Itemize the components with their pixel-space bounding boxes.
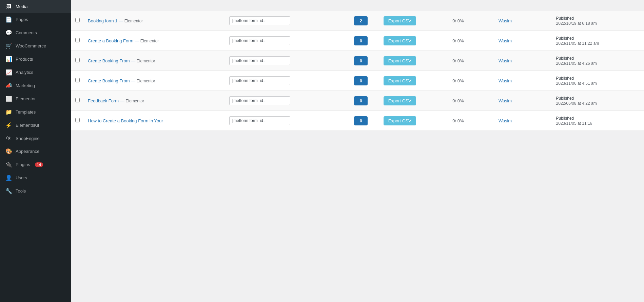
sidebar-label-marketing: Marketing <box>16 83 35 88</box>
shortcode-cell-0 <box>225 11 343 31</box>
export-csv-button-0[interactable]: Export CSV <box>384 16 416 25</box>
templates-icon: 📁 <box>5 109 12 115</box>
author-link-3[interactable]: Wasim <box>499 78 512 83</box>
form-title-link-3[interactable]: Create Booking From — <box>88 78 135 83</box>
products-icon: 📊 <box>5 56 12 62</box>
form-title-cell-3: Create Booking From — Elementor <box>84 71 225 91</box>
form-title-cell-2: Create Booking From — Elementor <box>84 51 225 71</box>
sidebar-label-products: Products <box>16 57 33 62</box>
shortcode-input-0[interactable] <box>229 16 290 25</box>
users-icon: 👤 <box>5 175 12 181</box>
form-title-link-1[interactable]: Create a Booking Form — <box>88 38 139 43</box>
row-checkbox-4[interactable] <box>75 98 80 102</box>
export-cell-5: Export CSV <box>379 111 449 131</box>
date-cell-5: Published 2023/11/05 at 11:16 <box>552 111 644 131</box>
row-checkbox-cell <box>71 51 84 71</box>
sidebar-label-media: Media <box>16 4 27 9</box>
sidebar-item-pages[interactable]: 📄Pages <box>0 13 71 26</box>
count-badge-0: 2 <box>354 16 368 25</box>
sidebar-label-templates: Templates <box>16 109 36 115</box>
date-cell-4: Published 2022/06/08 at 4:22 am <box>552 91 644 111</box>
sidebar-item-shopengine[interactable]: 🛍ShopEngine <box>0 132 71 145</box>
export-csv-button-3[interactable]: Export CSV <box>384 76 416 85</box>
date-text-1: 2023/11/05 at 11:22 am <box>556 41 599 46</box>
author-link-5[interactable]: Wasim <box>499 118 512 123</box>
marketing-icon: 📣 <box>5 82 12 89</box>
published-label-4: Published <box>556 96 574 101</box>
plugins-icon: 🔌 <box>5 161 12 168</box>
shortcode-input-1[interactable] <box>229 36 290 45</box>
sidebar-item-templates[interactable]: 📁Templates <box>0 105 71 119</box>
row-checkbox-2[interactable] <box>75 58 80 62</box>
sidebar-item-comments[interactable]: 💬Comments <box>0 26 71 39</box>
author-link-1[interactable]: Wasim <box>499 38 512 43</box>
stats-text-1: 0/ 0% <box>452 38 464 43</box>
form-title-link-5[interactable]: How to Create a Booking Form in Your <box>88 118 163 123</box>
sidebar-item-appearance[interactable]: 🎨Appearance <box>0 145 71 158</box>
sidebar-item-users[interactable]: 👤Users <box>0 171 71 184</box>
sidebar: 🖼Media📄Pages💬Comments🛒WooCommerce📊Produc… <box>0 0 71 302</box>
count-cell-4: 0 <box>343 91 379 111</box>
table-row: Feedback Form — Elementor 0 Export CSV 0… <box>71 91 644 111</box>
sidebar-item-analytics[interactable]: 📈Analytics <box>0 66 71 79</box>
author-cell-3: Wasim <box>494 71 552 91</box>
published-label-0: Published <box>556 16 574 21</box>
export-cell-3: Export CSV <box>379 71 449 91</box>
sidebar-label-appearance: Appearance <box>16 149 39 154</box>
count-badge-3: 0 <box>354 76 368 85</box>
count-cell-2: 0 <box>343 51 379 71</box>
form-subtitle-0: Elementor <box>124 19 143 23</box>
shortcode-input-4[interactable] <box>229 96 290 105</box>
shortcode-input-2[interactable] <box>229 56 290 65</box>
form-title-cell-5: How to Create a Booking Form in Your <box>84 111 225 131</box>
sidebar-label-tools: Tools <box>16 188 26 194</box>
export-csv-button-1[interactable]: Export CSV <box>384 36 416 45</box>
export-csv-button-4[interactable]: Export CSV <box>384 96 416 105</box>
sidebar-label-pages: Pages <box>16 17 28 22</box>
count-badge-2: 0 <box>354 56 368 65</box>
shortcode-input-3[interactable] <box>229 76 290 85</box>
count-cell-0: 2 <box>343 11 379 31</box>
row-checkbox-1[interactable] <box>75 38 80 42</box>
export-cell-4: Export CSV <box>379 91 449 111</box>
author-link-2[interactable]: Wasim <box>499 58 512 63</box>
row-checkbox-0[interactable] <box>75 18 80 22</box>
published-label-1: Published <box>556 36 574 41</box>
form-title-link-4[interactable]: Feedback Form — <box>88 98 124 103</box>
sidebar-item-elementskit[interactable]: ⚡ElementsKit <box>0 119 71 132</box>
sidebar-item-marketing[interactable]: 📣Marketing <box>0 79 71 92</box>
stats-text-2: 0/ 0% <box>452 58 464 63</box>
table-row: Create Booking From — Elementor 0 Export… <box>71 51 644 71</box>
export-cell-1: Export CSV <box>379 31 449 51</box>
row-checkbox-5[interactable] <box>75 118 80 122</box>
date-text-4: 2022/06/08 at 4:22 am <box>556 101 597 106</box>
stats-cell-5: 0/ 0% <box>448 111 494 131</box>
main-content: Booking form 1 — Elementor 2 Export CSV … <box>71 11 644 302</box>
sidebar-item-tools[interactable]: 🔧Tools <box>0 184 71 198</box>
row-checkbox-3[interactable] <box>75 78 80 82</box>
sidebar-item-media[interactable]: 🖼Media <box>0 0 71 13</box>
export-csv-button-2[interactable]: Export CSV <box>384 56 416 65</box>
author-cell-1: Wasim <box>494 31 552 51</box>
sidebar-label-elementor: Elementor <box>16 96 36 101</box>
sidebar-item-woocommerce[interactable]: 🛒WooCommerce <box>0 39 71 53</box>
sidebar-item-plugins[interactable]: 🔌Plugins14 <box>0 158 71 171</box>
stats-cell-2: 0/ 0% <box>448 51 494 71</box>
sidebar-item-elementor[interactable]: ⬜Elementor <box>0 92 71 105</box>
author-link-0[interactable]: Wasim <box>499 18 512 23</box>
date-text-5: 2023/11/05 at 11:16 <box>556 121 592 126</box>
shortcode-cell-4 <box>225 91 343 111</box>
sidebar-item-products[interactable]: 📊Products <box>0 53 71 66</box>
form-title-link-0[interactable]: Booking form 1 — <box>88 18 123 23</box>
shortcode-input-5[interactable] <box>229 116 290 125</box>
author-cell-4: Wasim <box>494 91 552 111</box>
comments-icon: 💬 <box>5 29 12 36</box>
stats-cell-3: 0/ 0% <box>448 71 494 91</box>
author-link-4[interactable]: Wasim <box>499 98 512 103</box>
export-csv-button-5[interactable]: Export CSV <box>384 116 416 125</box>
count-cell-5: 0 <box>343 111 379 131</box>
form-title-link-2[interactable]: Create Booking From — <box>88 58 135 63</box>
author-cell-0: Wasim <box>494 11 552 31</box>
media-icon: 🖼 <box>5 3 12 9</box>
sidebar-label-comments: Comments <box>16 30 37 35</box>
